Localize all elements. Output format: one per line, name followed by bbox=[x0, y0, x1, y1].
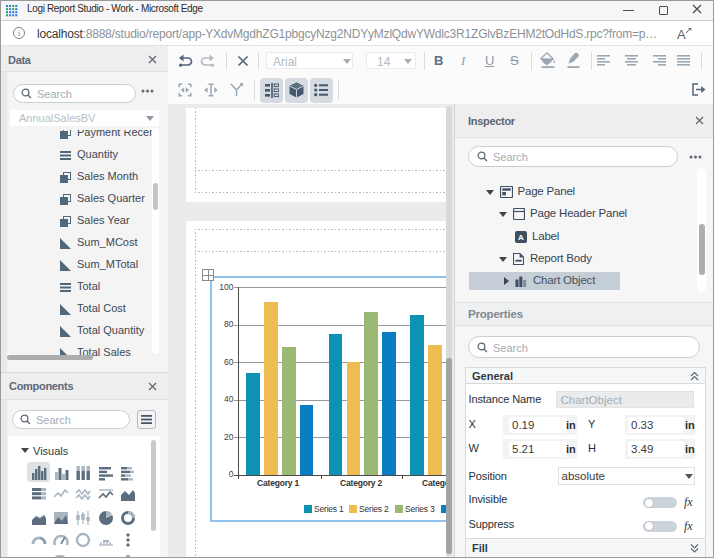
svg-text:A: A bbox=[518, 233, 524, 242]
